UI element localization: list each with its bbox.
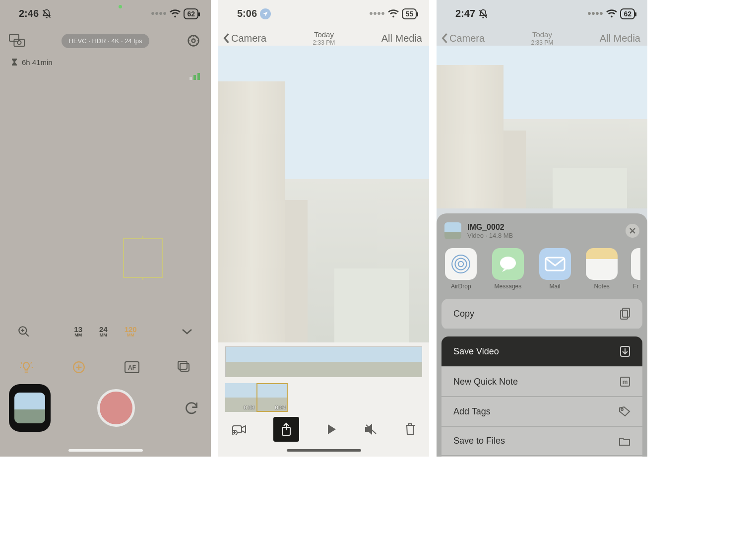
svg-point-30 — [458, 262, 464, 267]
svg-marker-24 — [328, 424, 336, 434]
screen-share-sheet: 2:47 •••• 62 Camera Today 2:33 PM All Me… — [437, 0, 647, 457]
storage-signal-icon — [189, 72, 200, 80]
share-button[interactable] — [273, 417, 299, 442]
remaining-time-label: 6h 41min — [22, 58, 53, 67]
multicam-icon[interactable] — [9, 32, 26, 49]
cellular-dots-icon: •••• — [151, 8, 167, 19]
action-copy[interactable]: Copy — [441, 299, 642, 329]
wifi-icon — [388, 9, 399, 18]
folder-icon — [619, 436, 630, 446]
record-button[interactable] — [97, 389, 135, 427]
share-app-messages[interactable]: Messages — [491, 248, 526, 290]
lens-24mm[interactable]: 24MM — [99, 326, 108, 337]
messages-icon — [492, 248, 524, 280]
thumbnail-image — [14, 393, 45, 423]
privacy-indicator-dot — [119, 5, 122, 8]
lens-13mm[interactable]: 13MM — [74, 326, 82, 337]
home-indicator[interactable] — [287, 449, 361, 452]
all-media-link[interactable]: All Media — [600, 33, 640, 44]
svg-point-33 — [500, 257, 516, 269]
share-sheet: IMG_0002 Video · 14.8 MB AirDrop Message… — [437, 213, 647, 457]
wifi-icon — [606, 9, 617, 18]
lens-selector[interactable]: 13MM 24MM 120MM — [74, 326, 136, 337]
svg-rect-35 — [623, 308, 630, 317]
recording-format-pill[interactable]: HEVC · HDR · 4K · 24 fps — [62, 34, 149, 48]
clip-1[interactable]: 0:03 — [225, 383, 256, 412]
flip-camera-icon[interactable] — [181, 398, 202, 418]
svg-point-5 — [191, 39, 195, 43]
status-time: 2:47 — [455, 8, 475, 19]
play-icon[interactable] — [326, 423, 337, 435]
share-item-meta: IMG_0002 Video · 14.8 MB — [467, 223, 620, 239]
scrub-timeline[interactable] — [225, 346, 422, 377]
focus-reticle[interactable] — [123, 238, 163, 278]
media-action-bar — [218, 417, 429, 442]
action-add-tags[interactable]: Add Tags — [441, 397, 642, 426]
action-inshot[interactable]: InShot — [441, 456, 642, 457]
clip-2[interactable]: 0:04 — [256, 383, 288, 412]
cellular-dots-icon: •••• — [587, 8, 603, 19]
home-indicator[interactable] — [68, 449, 143, 452]
video-preview-area — [437, 46, 647, 208]
media-title: Today 2:33 PM — [531, 30, 554, 46]
status-bar: 2:46 •••• 62 — [0, 0, 211, 27]
screen-media-preview: 5:06 •••• 55 Camera Today 2:33 PM All Me… — [218, 0, 429, 457]
close-icon[interactable] — [626, 224, 639, 238]
silent-bell-icon — [478, 9, 488, 19]
all-media-link[interactable]: All Media — [381, 33, 422, 44]
svg-line-7 — [25, 333, 29, 336]
svg-point-31 — [455, 258, 467, 269]
status-bar: 2:47 •••• 62 — [437, 0, 647, 27]
svg-text:AF: AF — [128, 364, 136, 371]
share-item-name: IMG_0002 — [467, 223, 620, 232]
share-app-mail[interactable]: Mail — [537, 248, 572, 290]
back-button[interactable]: Camera — [222, 33, 266, 44]
tag-icon — [619, 406, 630, 417]
airdrop-icon — [445, 248, 477, 280]
svg-marker-18 — [242, 426, 246, 433]
status-bar: 5:06 •••• 55 — [218, 0, 429, 27]
share-app-airdrop[interactable]: AirDrop — [443, 248, 479, 290]
expand-chevron-icon[interactable] — [177, 322, 197, 341]
action-save-video[interactable]: Save Video — [441, 336, 642, 366]
extra-app-icon — [631, 248, 640, 280]
action-new-quick-note[interactable]: New Quick Note m — [441, 367, 642, 396]
record-add-icon[interactable] — [232, 424, 246, 435]
cellular-dots-icon: •••• — [369, 8, 385, 19]
add-circle-icon[interactable] — [69, 357, 89, 377]
svg-rect-15 — [180, 363, 189, 371]
svg-point-3 — [17, 41, 21, 45]
silent-bell-icon — [42, 9, 52, 19]
quick-note-icon: m — [620, 376, 630, 387]
wifi-icon — [170, 9, 181, 18]
video-preview-area[interactable] — [218, 46, 429, 342]
mail-icon — [539, 248, 571, 280]
back-label: Camera — [231, 33, 266, 44]
zoom-magnifier-icon[interactable] — [14, 322, 34, 341]
light-bulb-icon[interactable] — [16, 357, 36, 377]
remaining-time-row: 6h 41min — [0, 49, 211, 67]
autofocus-af-icon[interactable]: AF — [122, 357, 142, 377]
share-app-notes[interactable]: Notes — [584, 248, 620, 290]
battery-indicator: 55 — [402, 8, 417, 19]
mute-speaker-icon[interactable] — [365, 423, 378, 435]
status-time: 2:46 — [19, 8, 39, 19]
lens-120mm[interactable]: 120MM — [125, 326, 137, 337]
screen-camera-app: 2:46 •••• 62 HEVC · HDR · 4K · 24 fps 6h… — [0, 0, 211, 457]
battery-indicator: 62 — [184, 8, 198, 19]
back-button[interactable]: Camera — [441, 33, 485, 44]
battery-indicator: 62 — [620, 8, 635, 19]
back-label: Camera — [449, 33, 485, 44]
action-save-to-files[interactable]: Save to Files — [441, 427, 642, 455]
svg-rect-16 — [178, 361, 187, 369]
share-apps-row[interactable]: AirDrop Messages Mail Notes Fr — [441, 245, 642, 297]
share-item-subtitle: Video · 14.8 MB — [467, 232, 620, 239]
stabilization-icon[interactable] — [175, 357, 194, 377]
svg-text:m: m — [623, 379, 628, 386]
trash-icon[interactable] — [405, 423, 416, 436]
settings-gear-icon[interactable] — [185, 32, 202, 49]
last-capture-thumbnail[interactable] — [9, 384, 51, 432]
share-item-thumbnail — [444, 222, 461, 239]
share-app-extra[interactable]: Fr — [631, 248, 640, 290]
download-icon — [620, 345, 630, 357]
